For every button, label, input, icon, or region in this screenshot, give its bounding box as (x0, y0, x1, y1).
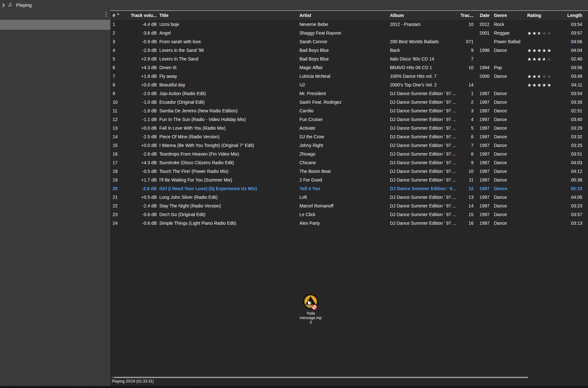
cell-genre: Dance (494, 158, 526, 167)
cell-title: I Wanna (Be With You Tonight) (Original … (159, 141, 297, 150)
cell-title: Samba De Jeneiro (New Radio Edition) (159, 107, 297, 115)
cell-artist: Neverne Bebe (299, 20, 388, 29)
star-filled-icon: ★ (537, 82, 542, 88)
star-filled-icon: ★ (532, 82, 537, 88)
cell-genre: Dance (494, 115, 526, 124)
chevron-right-icon[interactable] (2, 3, 5, 9)
no-drop-icon (312, 305, 316, 309)
rating-stars[interactable]: ★★★★★★ (527, 74, 552, 79)
track-row[interactable]: 24-0.6 dBSimple Things (Light Piano Radi… (110, 219, 588, 228)
track-row[interactable]: 3-0.9 dBFrom sarah with loveSarah Connor… (110, 37, 588, 46)
rating-stars[interactable]: ★★★★★ (527, 48, 552, 53)
cell-track: 4 (447, 115, 473, 124)
cell-artist: Fun Cruiser (299, 115, 388, 124)
cell-title: Piece Of Mine (Radio Version) (159, 133, 297, 141)
cell-track: 10 (447, 20, 473, 29)
taskbar-strip[interactable] (0, 386, 588, 388)
cell-genre: Rock (494, 20, 526, 29)
cell-title: From sarah with love (159, 37, 297, 46)
cell-volume: +0.0 dB (118, 124, 157, 133)
track-row[interactable]: 10-1.0 dBEcuador (Original Edit)Sash! Fe… (110, 98, 588, 107)
track-row[interactable]: 15+0.0 dBI Wanna (Be With You Tonight) (… (110, 141, 588, 150)
track-row[interactable]: 6+4.3 dBOmen IIIMagic AffairBRAVO Hits 0… (110, 63, 588, 72)
star-filled-icon: ★ (527, 82, 532, 88)
column-header-track-volume[interactable]: Track volu... (118, 11, 157, 20)
cell-genre (494, 81, 526, 89)
cell-title: Touch The Fire! (Power Radio Mix) (159, 167, 297, 176)
track-row[interactable]: 5+2.9 dBLovers In The SandBad Boys BlueI… (110, 55, 588, 63)
track-row[interactable]: 16-2.6 dBTeardrops From Heaven (Fm Video… (110, 150, 588, 158)
cell-artist: Carrilio (299, 107, 388, 115)
cell-title: Lovers In The Sand (159, 55, 297, 63)
cell-track: 15 (447, 210, 473, 219)
track-row[interactable]: 8+0.0 dBBeautiful dayU22000's Top One's … (110, 81, 588, 89)
cell-length: 03:54 (563, 89, 582, 98)
cell-date: 1994 (475, 63, 489, 72)
cell-volume: -2.9 dB (118, 46, 157, 55)
track-row[interactable]: 7+1.8 dBFly awayLutricia McNeal100% Danc… (110, 72, 588, 81)
star-filled-icon: ★ (532, 48, 537, 53)
cell-volume: -0.6 dB (118, 210, 157, 219)
cell-volume: -2.6 dB (118, 150, 157, 158)
track-row[interactable]: 1-4.4 dBUzmi bojeNeverne Bebe2012 - Pras… (110, 20, 588, 29)
column-header-artist[interactable]: Artist (299, 11, 388, 20)
star-filled-icon: ★ (542, 82, 547, 88)
track-row[interactable]: 4-2.9 dBLovers in the Sand '98Bad Boys B… (110, 46, 588, 55)
cell-date: 2001 (475, 29, 489, 37)
track-row[interactable]: 17+4.3 dBSunstroke (Disco Citizens Radio… (110, 158, 588, 167)
cell-date: 2012 (475, 20, 489, 29)
rating-stars[interactable]: ★★★★★ (527, 82, 552, 88)
cell-length: 03:40 (563, 115, 582, 124)
cell-genre: Dance (494, 150, 526, 158)
track-row[interactable]: 14-2.5 dBPiece Of Mine (Radio Version)DJ… (110, 133, 588, 141)
rating-stars[interactable]: ★★★★★★ (527, 56, 552, 62)
track-row[interactable]: 12-1.1 dBFun In The Sun (Radio - Video H… (110, 115, 588, 124)
column-header-title[interactable]: Title (159, 11, 297, 20)
track-row-now-playing[interactable]: 20-2.8 dBGirl (I Need Your Love) (Dj Exp… (110, 184, 588, 193)
cell-genre: Pop (494, 63, 526, 72)
cell-track: 14 (447, 202, 473, 210)
track-row[interactable]: 11-1.6 dBSamba De Jeneiro (New Radio Edi… (110, 107, 588, 115)
column-header-track-no[interactable]: Trac... (447, 11, 473, 20)
table-header-row: # Track volu... Title Artist Album Trac.… (110, 10, 588, 20)
status-bar-text: Playing 20/24 (01:33:31) (112, 379, 154, 384)
star-filled-icon: ★ (537, 56, 542, 62)
cell-date: 1997 (475, 107, 489, 115)
star-filled-icon: ★ (527, 30, 532, 36)
star-empty-icon: ★ (547, 30, 552, 36)
track-row[interactable]: 23-0.6 dBDon't Go (Original Edit)Le Clic… (110, 210, 588, 219)
cell-artist: Magic Affair (299, 63, 388, 72)
cell-length: 03:57 (563, 210, 582, 219)
track-row[interactable]: 9-2.0 dBJojo Action (Radio Edit)Mr. Pres… (110, 89, 588, 98)
column-header-date[interactable]: Date (475, 11, 489, 20)
column-header-length[interactable]: Length (563, 11, 582, 20)
rating-stars[interactable]: ★★★★★★ (527, 30, 552, 36)
cell-date: 1997 (475, 184, 489, 193)
cell-length: 04:11 (563, 81, 582, 89)
cell-genre: Dance (494, 46, 526, 55)
kebab-menu-icon[interactable] (104, 12, 107, 18)
column-header-genre[interactable]: Genre (494, 11, 526, 20)
track-row[interactable]: 18-0.5 dBTouch The Fire! (Power Radio Mi… (110, 167, 588, 176)
dragged-file-label: Yoda message.mp 3 (291, 311, 330, 325)
track-row[interactable]: 2-3.6 dBAngelShaggy Feat Rayvon2001Regga… (110, 29, 588, 37)
cell-volume: +4.3 dB (118, 158, 157, 167)
cell-volume: -2.5 dB (118, 133, 157, 141)
horizontal-scrollbar[interactable] (112, 377, 528, 378)
cell-date: 1997 (475, 98, 489, 107)
cell-track: 071 (447, 37, 473, 46)
track-row[interactable]: 13+0.0 dBFall In Love With You (Radio Mi… (110, 124, 588, 133)
cell-title: Angel (159, 29, 297, 37)
track-row[interactable]: 21+0.5 dBLong John Silver (Radio Edit)Lo… (110, 193, 588, 202)
cell-length: 03:49 (563, 72, 582, 81)
cell-genre: Dance (494, 107, 526, 115)
cell-title: Fly away (159, 72, 297, 81)
track-row[interactable]: 19+1.7 dBI'll Be Waiting For You (Summer… (110, 176, 588, 184)
dragged-file-icon[interactable] (301, 293, 320, 312)
cell-length: 05:15 (563, 184, 582, 193)
cell-artist: The Boom Beat (299, 167, 388, 176)
track-row[interactable]: 22-2.4 dBStay The Night (Radio Version)M… (110, 202, 588, 210)
cell-length: 04:05 (563, 193, 582, 202)
sidebar-selected-row[interactable] (0, 20, 110, 30)
star-filled-icon: ★ (527, 48, 532, 53)
